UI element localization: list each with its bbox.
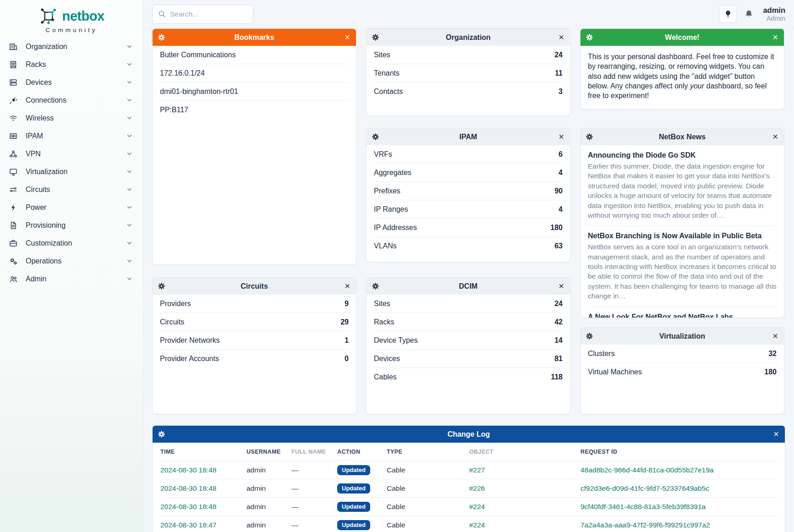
stat-row: Prefixes 90 (374, 182, 563, 200)
widget-gear-icon[interactable] (158, 426, 165, 443)
sidebar-nav: Organization Racks Devices (0, 38, 143, 288)
change-time-link[interactable]: 2024-08-30 18:47 (160, 521, 246, 529)
close-icon[interactable] (559, 278, 564, 295)
sidebar-item[interactable]: Organization (9, 38, 136, 55)
stat-row: Aggregates 4 (374, 164, 563, 182)
sidebar-item[interactable]: Power (9, 198, 136, 216)
theme-toggle-button[interactable] (719, 5, 737, 23)
stat-label: Cables (374, 373, 397, 381)
sidebar-item[interactable]: Virtualization (9, 163, 136, 181)
stat-value[interactable]: 9 (345, 300, 349, 308)
sidebar-item[interactable]: VPN (9, 145, 136, 163)
change-time-link[interactable]: 2024-08-30 18:48 (160, 503, 246, 511)
change-username: admin (246, 521, 291, 529)
action-badge: Updated (337, 502, 370, 512)
stat-value[interactable]: 0 (345, 355, 349, 363)
close-icon[interactable] (559, 29, 564, 46)
plug-icon (9, 96, 18, 104)
sidebar-item[interactable]: Admin (9, 270, 136, 288)
bookmark-link[interactable]: Butler Communications (160, 51, 235, 59)
bookmark-link[interactable]: PP:B117 (160, 106, 188, 114)
change-type: Cable (387, 503, 469, 511)
close-icon[interactable] (772, 328, 778, 345)
news-headline-link[interactable]: Announcing the Diode Go SDK (588, 151, 777, 159)
stat-value[interactable]: 63 (554, 242, 563, 250)
sidebar-item[interactable]: Provisioning (9, 216, 136, 234)
stat-value[interactable]: 32 (768, 350, 777, 358)
change-request-id-link[interactable]: cf92d3e6-d09d-41fc-9fd7-52337649ab5c (580, 484, 777, 493)
sidebar-item[interactable]: Customization (9, 234, 136, 252)
change-object-link[interactable]: #224 (469, 521, 580, 529)
close-icon[interactable] (773, 426, 779, 443)
sidebar-item[interactable]: Wireless (9, 109, 136, 127)
changelog-row: 2024-08-30 18:48 admin — Updated Cable #… (160, 479, 777, 498)
change-time-link[interactable]: 2024-08-30 18:48 (160, 466, 246, 474)
change-request-id-link[interactable]: 48ad8b2c-986d-44fd-81ca-00d55b27e19a (580, 466, 777, 474)
change-request-id-link[interactable]: 7a2a4a3a-aaa9-47f2-99f6-f99291c997a2 (580, 521, 777, 529)
chevron-down-icon (126, 222, 133, 229)
news-headline-link[interactable]: NetBox Branching is Now Available in Pub… (588, 232, 777, 240)
stat-row: Racks 42 (374, 313, 563, 331)
sidebar-item[interactable]: Racks (9, 55, 136, 73)
stat-row: Sites 24 (374, 46, 563, 64)
widget-gear-icon[interactable] (372, 29, 379, 46)
close-icon[interactable] (345, 278, 350, 295)
close-icon[interactable] (772, 128, 778, 145)
stat-value[interactable]: 29 (340, 318, 349, 326)
widget-gear-icon[interactable] (158, 278, 165, 295)
organization-widget: Organization Sites 24 Tenants 11 (366, 28, 570, 116)
bookmark-link[interactable]: 172.16.0.1/24 (160, 69, 205, 77)
stat-value[interactable]: 3 (559, 88, 563, 96)
change-object-link[interactable]: #224 (469, 503, 580, 511)
sidebar-item[interactable]: Operations (9, 252, 136, 270)
stat-row: Contacts 3 (374, 82, 563, 101)
news-headline-link[interactable]: A New Look For NetBox and NetBox Labs (588, 313, 777, 318)
stat-value[interactable]: 42 (554, 318, 563, 326)
stat-value[interactable]: 4 (559, 169, 563, 177)
widget-gear-icon[interactable] (586, 29, 593, 46)
user-menu[interactable]: admin Admin (761, 5, 785, 23)
stat-value[interactable]: 118 (551, 373, 563, 381)
close-icon[interactable] (345, 29, 350, 46)
widget-gear-icon[interactable] (586, 128, 593, 145)
widget-gear-icon[interactable] (372, 128, 379, 145)
stat-value[interactable]: 81 (554, 355, 563, 363)
widget-gear-icon[interactable] (158, 29, 165, 46)
widget-gear-icon[interactable] (586, 328, 593, 345)
column-header: TIME (160, 449, 246, 455)
bookmark-link[interactable]: dmi01-binghamton-rtr01 (160, 88, 238, 96)
change-username: admin (246, 466, 291, 474)
stat-value[interactable]: 180 (764, 368, 777, 376)
stat-value[interactable]: 24 (554, 51, 563, 59)
change-object-link[interactable]: #227 (469, 466, 580, 474)
sidebar-item[interactable]: IPAM (9, 127, 136, 145)
widget-title: Change Log (153, 430, 785, 439)
stat-value[interactable]: 11 (555, 69, 563, 77)
stat-value[interactable]: 14 (554, 336, 563, 345)
stat-label: Sites (374, 300, 390, 308)
sidebar-item[interactable]: Connections (9, 91, 136, 109)
stat-value[interactable]: 1 (345, 336, 349, 345)
document-icon (9, 221, 18, 230)
stat-value[interactable]: 24 (554, 300, 563, 308)
widget-gear-icon[interactable] (372, 278, 379, 295)
search-input[interactable] (170, 10, 247, 18)
change-object-link[interactable]: #226 (469, 484, 580, 493)
bookmark-row: dmi01-binghamton-rtr01 (160, 82, 349, 101)
stat-value[interactable]: 6 (559, 150, 563, 159)
close-icon[interactable] (559, 128, 564, 145)
stat-value[interactable]: 90 (554, 187, 563, 195)
sidebar-item[interactable]: Devices (9, 73, 136, 91)
stat-value[interactable]: 4 (559, 205, 563, 214)
gears-icon (9, 257, 18, 265)
stat-label: IP Addresses (374, 224, 417, 232)
sidebar-item[interactable]: Circuits (9, 181, 136, 198)
change-request-id-link[interactable]: 9cf40fdf-3461-4c88-81a3-5feb39f8391a (580, 503, 777, 511)
stat-value[interactable]: 180 (550, 224, 563, 232)
change-time-link[interactable]: 2024-08-30 18:48 (160, 484, 246, 493)
close-icon[interactable] (772, 29, 778, 46)
notifications-bell-icon[interactable] (745, 10, 753, 18)
brand[interactable]: netbox Community (0, 0, 143, 33)
sidebar-item-label: Connections (26, 96, 66, 104)
rack-icon (9, 60, 18, 69)
